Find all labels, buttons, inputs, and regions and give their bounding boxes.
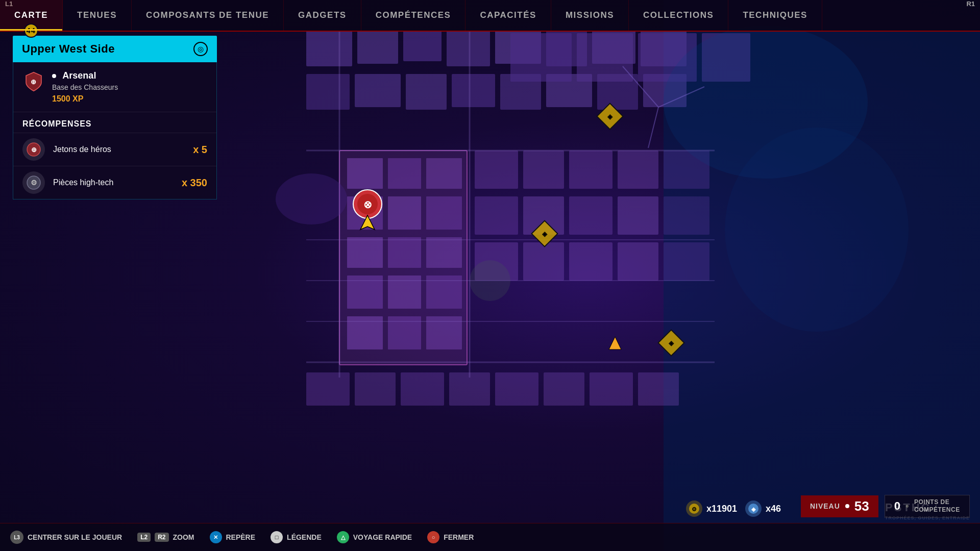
svg-rect-40 <box>618 196 658 235</box>
mission-info: Arsenal Base des Chasseurs 1500 XP <box>52 70 207 104</box>
svg-rect-39 <box>569 196 612 235</box>
nav-item-missions[interactable]: MISSIONS <box>551 0 629 31</box>
svg-rect-3 <box>403 31 442 61</box>
svg-rect-44 <box>618 242 658 281</box>
hud-fermer[interactable]: ○ FERMER <box>427 531 474 543</box>
nav-item-techniques[interactable]: TECHNIQUES <box>728 0 822 31</box>
hud-voyage-rapide[interactable]: △ VOYAGE RAPIDE <box>337 531 412 543</box>
nav-item-capacites[interactable]: CAPACITÉS <box>465 0 551 31</box>
nav-label-missions: MISSIONS <box>566 10 614 20</box>
nav-label-gadgets: GADGETS <box>298 10 347 20</box>
mission-name: Arsenal <box>52 70 207 81</box>
hud-legende[interactable]: □ LÉGENDE <box>271 531 322 543</box>
r2-button[interactable]: R2 <box>155 533 168 542</box>
svg-rect-56 <box>495 372 538 406</box>
square-button[interactable]: □ <box>271 531 283 543</box>
triangle-button[interactable]: △ <box>337 531 349 543</box>
nav-item-composants[interactable]: COMPOSANTS DE TENUE <box>132 0 284 31</box>
watermark-subtext: TROPHÉES, GUIDES, ENTRAIDE <box>885 515 970 520</box>
center-player-label: CENTRER SUR LE JOUEUR <box>28 533 122 541</box>
mission-subtitle: Base des Chasseurs <box>52 83 207 91</box>
hud-zoom[interactable]: L2 R2 ZOOM <box>137 533 194 542</box>
nav-item-collections[interactable]: COLLECTIONS <box>629 0 728 31</box>
bottom-controls-bar: L3 CENTRER SUR LE JOUEUR L2 R2 ZOOM ✕ RE… <box>0 523 980 551</box>
svg-rect-46 <box>664 196 709 235</box>
nav-item-gadgets[interactable]: GADGETS <box>284 0 361 31</box>
l2-button[interactable]: L2 <box>137 533 151 542</box>
svg-rect-53 <box>355 372 396 406</box>
svg-text:◈: ◈ <box>607 113 613 120</box>
svg-rect-36 <box>618 151 658 189</box>
mission-xp: 1500 XP <box>52 94 207 104</box>
legende-label: LÉGENDE <box>287 533 322 541</box>
psthc-watermark: PSTHC TROPHÉES, GUIDES, ENTRAIDE <box>885 501 970 520</box>
svg-rect-11 <box>406 74 447 110</box>
mission-dot <box>52 74 56 78</box>
svg-rect-12 <box>452 74 495 107</box>
nav-label-tenues: TENUES <box>77 10 117 20</box>
svg-rect-57 <box>544 372 584 406</box>
svg-rect-24 <box>347 237 383 268</box>
svg-rect-25 <box>388 237 421 268</box>
svg-marker-84 <box>609 337 621 349</box>
reward-name-tokens: Jetons de héros <box>53 145 193 154</box>
nav-item-carte[interactable]: CARTE 44 <box>0 0 63 31</box>
nav-right-trigger[interactable]: R1 <box>966 0 975 8</box>
tech-currency-icon: ⚙ <box>686 500 702 517</box>
x-button[interactable]: ✕ <box>210 531 222 543</box>
mission-item: ⊕ Arsenal Base des Chasseurs 1500 XP <box>13 62 216 112</box>
reward-amount-tokens: x 5 <box>193 144 207 156</box>
hud-repere[interactable]: ✕ REPÈRE <box>210 531 256 543</box>
level-number: 53 <box>854 498 869 514</box>
svg-rect-47 <box>664 242 709 281</box>
svg-rect-22 <box>388 196 421 230</box>
level-dot <box>845 504 849 508</box>
mission-shield-icon: ⊕ <box>22 70 45 93</box>
nav-label-carte: CARTE <box>14 10 48 20</box>
currency-display: ⚙ x11901 ◈ x46 <box>686 500 781 517</box>
tech-currency-value: x11901 <box>706 504 737 514</box>
svg-rect-59 <box>638 372 679 406</box>
nav-label-composants: COMPOSANTS DE TENUE <box>146 10 269 20</box>
nav-badge-carte: 44 <box>24 23 38 38</box>
currency-item-tech: ⚙ x11901 <box>686 500 737 517</box>
nav-item-tenues[interactable]: TENUES <box>63 0 132 31</box>
svg-point-61 <box>725 128 909 332</box>
svg-rect-48 <box>510 33 572 82</box>
svg-rect-19 <box>388 158 421 189</box>
svg-rect-52 <box>306 372 350 406</box>
location-icon: ◎ <box>193 42 208 56</box>
nav-item-competences[interactable]: COMPÉTENCES <box>361 0 466 31</box>
nav-label-competences: COMPÉTENCES <box>376 10 451 20</box>
svg-rect-26 <box>426 237 462 268</box>
nav-label-collections: COLLECTIONS <box>643 10 714 20</box>
svg-rect-43 <box>569 242 612 281</box>
voyage-rapide-label: VOYAGE RAPIDE <box>353 533 412 541</box>
svg-rect-23 <box>426 196 462 230</box>
svg-rect-33 <box>475 151 518 189</box>
level-display: NIVEAU 53 <box>801 495 878 517</box>
svg-point-62 <box>276 173 347 224</box>
reward-amount-parts: x 350 <box>182 177 207 189</box>
reward-row-tokens: ⊕ Jetons de héros x 5 <box>13 133 216 166</box>
panel-header: Upper West Side ◎ <box>13 36 217 62</box>
svg-rect-20 <box>426 158 462 189</box>
circle-button[interactable]: ○ <box>427 531 439 543</box>
hero-currency-icon: ◈ <box>745 500 762 517</box>
l3-button[interactable]: L3 <box>10 531 23 544</box>
svg-text:⊗: ⊗ <box>363 199 372 210</box>
currency-item-hero: ◈ x46 <box>745 500 781 517</box>
location-title: Upper West Side <box>22 42 115 56</box>
svg-text:⊕: ⊕ <box>31 78 37 86</box>
hud-center-player[interactable]: L3 CENTRER SUR LE JOUEUR <box>10 531 122 544</box>
top-navigation: L1 CARTE 44 TENUES COMPOSANTS DE TENUE G… <box>0 0 980 32</box>
reward-name-parts: Pièces high-tech <box>53 178 182 187</box>
watermark-text: PSTHC <box>885 501 970 514</box>
svg-text:◈: ◈ <box>542 230 548 238</box>
svg-rect-1 <box>306 31 352 66</box>
svg-text:◈: ◈ <box>668 339 674 347</box>
svg-rect-10 <box>355 74 401 107</box>
svg-text:◈: ◈ <box>751 506 756 512</box>
svg-rect-34 <box>523 151 564 189</box>
svg-rect-35 <box>569 151 612 189</box>
